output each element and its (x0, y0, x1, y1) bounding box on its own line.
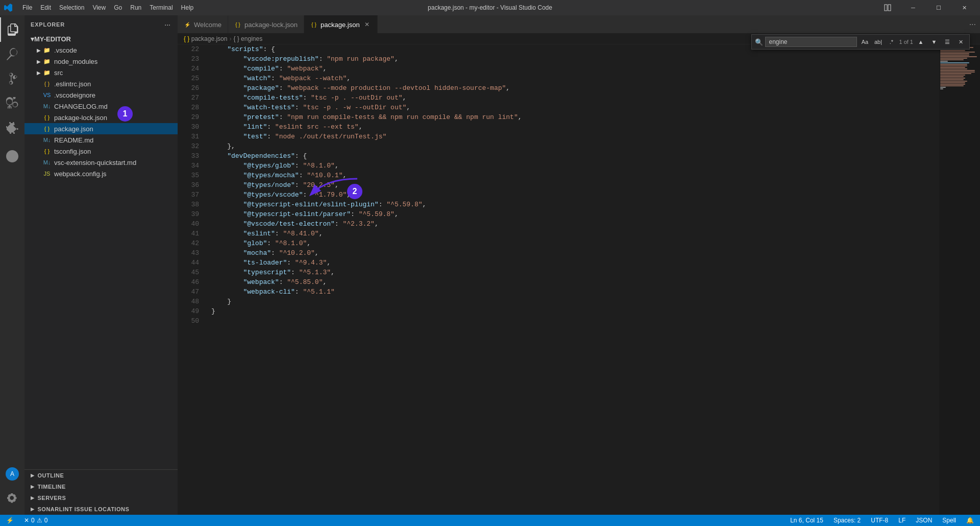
line-number: 46 (178, 277, 199, 287)
line-number: 35 (178, 171, 199, 180)
activity-remote[interactable] (0, 144, 24, 169)
activity-explorer[interactable] (0, 17, 24, 42)
line-number: 33 (178, 151, 199, 161)
timeline-panel[interactable]: ▶ TIMELINE (24, 481, 178, 492)
tree-item-node-modules[interactable]: ▶ 📁 node_modules (24, 56, 178, 67)
sonarlint-panel[interactable]: ▶ SONARLINT ISSUE LOCATIONS (24, 504, 178, 515)
line-number: 47 (178, 287, 199, 297)
activity-search[interactable] (0, 42, 24, 66)
remote-indicator[interactable]: ⚡ (4, 515, 16, 526)
editor-content: 2223242526272829303132333435363738394041… (178, 44, 980, 515)
tree-item-tsconfig[interactable]: { } tsconfig.json (24, 146, 178, 157)
code-editor[interactable]: "scripts": { "vscode:prepublish": "npm r… (203, 44, 939, 515)
line-number: 22 (178, 44, 199, 54)
tree-item-package-json[interactable]: { } package.json (24, 123, 178, 134)
menu-go[interactable]: Go (110, 2, 126, 13)
file-icon-md: M↓ (43, 158, 51, 166)
menu-selection[interactable]: Selection (55, 2, 88, 13)
user-avatar[interactable]: A (6, 467, 19, 481)
tree-item-changelog[interactable]: M↓ CHANGELOG.md (24, 101, 178, 112)
tree-item-quickstart[interactable]: M↓ vsc-extension-quickstart.md (24, 157, 178, 168)
find-prev-button[interactable]: ▲ (915, 36, 926, 47)
file-label: tsconfig.json (54, 148, 91, 155)
error-count[interactable]: ✕ 0 ⚠ 0 (22, 515, 50, 526)
panel-label: OUTLINE (38, 472, 64, 479)
window-controls: ─ ☐ ✕ (876, 0, 976, 15)
find-options-button[interactable]: ☰ (942, 36, 953, 47)
tree-item-vscodeignore[interactable]: VS .vscodeignore (24, 89, 178, 101)
tree-item-readme[interactable]: M↓ README.md (24, 134, 178, 146)
panel-arrow-icon: ▶ (31, 495, 35, 500)
activity-run-debug[interactable] (0, 91, 24, 115)
tree-item-eslintrc[interactable]: { } .eslintrc.json (24, 78, 178, 89)
folder-arrow-icon: ▶ (35, 46, 43, 54)
minimize-button[interactable]: ─ (901, 0, 925, 15)
tree-item-package-lock[interactable]: { } package-lock.json (24, 112, 178, 123)
line-number: 50 (178, 316, 199, 326)
tree-item-src[interactable]: ▶ 📁 src (24, 67, 178, 78)
activity-accounts[interactable]: A (0, 462, 24, 486)
use-regex-button[interactable]: .* (886, 36, 897, 47)
activity-extensions[interactable] (0, 115, 24, 140)
encoding[interactable]: UTF-8 (869, 515, 890, 526)
root-folder-label: MY-EDITOR (34, 35, 71, 43)
remote-icon: ⚡ (6, 517, 14, 524)
code-line: "ts-loader": "^9.4.3", (211, 258, 939, 268)
file-icon-json: { } (43, 80, 51, 88)
servers-panel[interactable]: ▶ SERVERS (24, 492, 178, 504)
warning-number: 0 (44, 517, 48, 524)
folder-icon: 📁 (43, 46, 51, 54)
code-line: "compile-tests": "tsc -p . --outDir out"… (211, 93, 939, 103)
breadcrumb-section[interactable]: { } engines (233, 35, 262, 42)
menu-edit[interactable]: Edit (36, 2, 55, 13)
notifications[interactable]: 🔔 (964, 515, 976, 526)
breadcrumb-separator: › (229, 35, 231, 42)
indent-size[interactable]: Spaces: 2 (831, 515, 863, 526)
line-number: 24 (178, 64, 199, 74)
find-next-button[interactable]: ▼ (928, 36, 940, 47)
find-close-button[interactable]: ✕ (955, 36, 966, 47)
code-line: "glob": "^8.1.0", (211, 238, 939, 248)
close-button[interactable]: ✕ (952, 0, 976, 15)
find-input[interactable] (765, 37, 857, 47)
line-number: 26 (178, 83, 199, 93)
panel-label: SONARLINT ISSUE LOCATIONS (38, 506, 130, 512)
tab-package-json[interactable]: { } package.json ✕ (304, 15, 378, 33)
cursor-position[interactable]: Ln 6, Col 15 (788, 515, 825, 526)
tab-welcome[interactable]: ⚡ Welcome (178, 15, 228, 33)
maximize-button[interactable]: ☐ (927, 0, 950, 15)
title-bar: File Edit Selection View Go Run Terminal… (0, 0, 980, 15)
spell-check[interactable]: Spell (940, 515, 958, 526)
match-case-button[interactable]: Aa (859, 36, 870, 47)
sidebar-bottom-panels: ▶ OUTLINE ▶ TIMELINE ▶ SERVERS ▶ SONARLI… (24, 469, 178, 515)
language-mode[interactable]: JSON (914, 515, 934, 526)
json-tab-icon: { } (310, 21, 317, 28)
status-bar-right: Ln 6, Col 15 Spaces: 2 UTF-8 LF JSON Spe… (788, 515, 976, 526)
activity-settings[interactable] (0, 486, 24, 511)
tabs-overflow-button[interactable]: ··· (965, 15, 980, 33)
json-tab-icon: { } (234, 21, 241, 28)
layout-button[interactable] (876, 0, 899, 15)
tab-package-lock[interactable]: { } package-lock.json (228, 15, 304, 33)
tree-item-vscode[interactable]: ▶ 📁 .vscode (24, 44, 178, 56)
tab-close-icon[interactable]: ✕ (363, 20, 371, 29)
sidebar-more-actions[interactable]: ··· (163, 19, 172, 30)
line-number: 42 (178, 238, 199, 248)
menu-view[interactable]: View (88, 2, 110, 13)
root-folder[interactable]: ▾ MY-EDITOR (24, 33, 178, 44)
menu-file[interactable]: File (18, 2, 36, 13)
breadcrumb-file[interactable]: { } package.json (184, 35, 227, 42)
breadcrumb-filename: package.json (191, 35, 228, 42)
panel-arrow-icon: ▶ (31, 484, 35, 489)
menu-help[interactable]: Help (177, 2, 198, 13)
file-icon-json: { } (43, 147, 51, 155)
tree-item-webpack[interactable]: JS webpack.config.js (24, 168, 178, 179)
menu-run[interactable]: Run (126, 2, 145, 13)
code-line: "typescript": "^5.1.3", (211, 268, 939, 277)
outline-panel[interactable]: ▶ OUTLINE (24, 470, 178, 481)
match-whole-word-button[interactable]: ab| (872, 36, 884, 47)
find-widget: 🔍 Aa ab| .* 1 of 1 ▲ ▼ ☰ ✕ (751, 34, 970, 50)
line-ending[interactable]: LF (896, 515, 908, 526)
menu-terminal[interactable]: Terminal (145, 2, 177, 13)
activity-source-control[interactable] (0, 66, 24, 91)
